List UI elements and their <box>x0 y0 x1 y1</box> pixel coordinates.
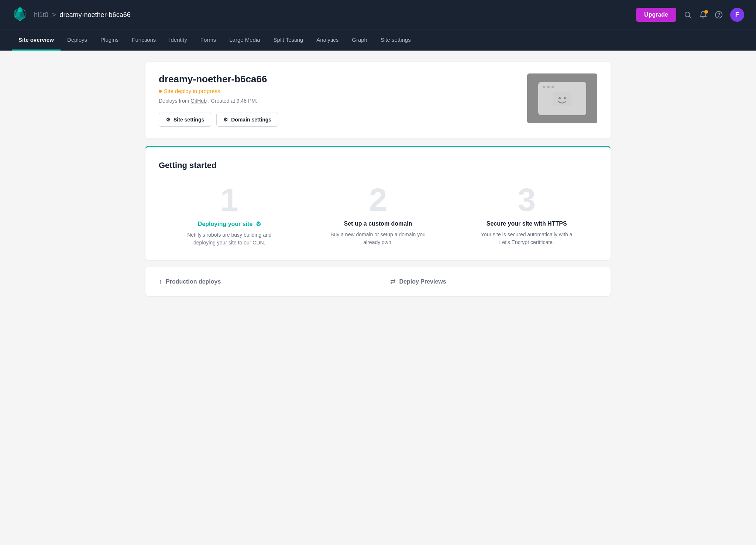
step-2-title[interactable]: Set up a custom domain <box>307 220 449 227</box>
prod-section-title: Production deploys <box>166 278 221 285</box>
deploy-previews: ⇄ Deploy Previews <box>378 278 598 286</box>
site-preview <box>527 73 597 123</box>
step-1-number: 1 <box>159 184 300 216</box>
site-info: dreamy-noether-b6ca66 Site deploy in pro… <box>159 73 515 127</box>
site-settings-label: Site settings <box>173 117 204 123</box>
nav-graph[interactable]: Graph <box>345 30 374 51</box>
site-name-breadcrumb[interactable]: dreamy-noether-b6ca66 <box>60 11 131 19</box>
domain-settings-button[interactable]: ⚙ Domain settings <box>216 113 278 127</box>
nav-identity[interactable]: Identity <box>162 30 193 51</box>
github-link[interactable]: GitHub <box>190 98 207 104</box>
step-3-desc: Your site is secured automatically with … <box>475 231 578 246</box>
nav-deploys[interactable]: Deploys <box>61 30 94 51</box>
breadcrumb-separator: > <box>52 11 56 19</box>
nav-plugins[interactable]: Plugins <box>94 30 125 51</box>
search-icon[interactable] <box>684 11 692 19</box>
preview-section-header: ⇄ Deploy Previews <box>390 278 598 286</box>
step-3-title[interactable]: Secure your site with HTTPS <box>456 220 597 227</box>
svg-point-14 <box>564 97 566 99</box>
step-1-gear-icon: ⚙ <box>256 221 261 227</box>
header-actions: Upgrade F <box>636 8 744 22</box>
svg-line-9 <box>689 16 691 18</box>
notification-icon[interactable] <box>699 11 707 19</box>
svg-point-11 <box>719 16 719 17</box>
domain-settings-label: Domain settings <box>231 117 271 123</box>
preview-dot-2 <box>547 86 550 88</box>
preview-section-title: Deploy Previews <box>399 278 446 285</box>
preview-thumbnail <box>538 82 586 115</box>
preview-dot-1 <box>543 86 545 88</box>
nav: Site overview Deploys Plugins Functions … <box>0 30 756 51</box>
nav-functions[interactable]: Functions <box>125 30 162 51</box>
step-1-title-text: Deploying your site <box>198 221 252 227</box>
step-1-title[interactable]: Deploying your site ⚙ <box>159 220 300 227</box>
step-3: 3 Secure your site with HTTPS Your site … <box>456 184 597 247</box>
step-1-desc: Netlify's robots are busy building and d… <box>178 231 281 247</box>
bottom-section: ↑ Production deploys ⇄ Deploy Previews <box>145 267 611 296</box>
site-card: dreamy-noether-b6ca66 Site deploy in pro… <box>145 62 611 138</box>
nav-split-testing[interactable]: Split Testing <box>267 30 310 51</box>
step-1: 1 Deploying your site ⚙ Netlify's robots… <box>159 184 300 247</box>
breadcrumb: hi1t0 > dreamy-noether-b6ca66 <box>34 11 630 19</box>
site-buttons: ⚙ Site settings ⚙ Domain settings <box>159 113 515 127</box>
getting-started-steps: 1 Deploying your site ⚙ Netlify's robots… <box>159 184 597 247</box>
deploy-status: Site deploy in progress <box>159 88 515 94</box>
main-content: dreamy-noether-b6ca66 Site deploy in pro… <box>138 51 618 307</box>
step-2: 2 Set up a custom domain Buy a new domai… <box>307 184 449 247</box>
step-2-desc: Buy a new domain or setup a domain you a… <box>326 231 430 246</box>
gear-icon-2: ⚙ <box>223 117 228 123</box>
gear-icon: ⚙ <box>166 117 171 123</box>
help-icon[interactable] <box>715 11 723 19</box>
team-name[interactable]: hi1t0 <box>34 11 48 19</box>
preview-dots <box>543 86 554 88</box>
deploy-previews-icon: ⇄ <box>390 278 396 286</box>
netlify-logo[interactable] <box>12 6 28 24</box>
step-2-number: 2 <box>307 184 449 216</box>
status-text: Site deploy in progress <box>164 88 220 94</box>
prod-section-header: ↑ Production deploys <box>159 278 366 285</box>
site-title: dreamy-noether-b6ca66 <box>159 73 515 85</box>
deploys-from-label: Deploys from <box>159 98 189 104</box>
notification-dot <box>704 10 708 14</box>
preview-dot-3 <box>551 86 554 88</box>
nav-site-settings[interactable]: Site settings <box>374 30 417 51</box>
step-3-number: 3 <box>456 184 597 216</box>
getting-started-section: Getting started 1 Deploying your site ⚙ … <box>145 146 611 260</box>
header: hi1t0 > dreamy-noether-b6ca66 Upgrade <box>0 0 756 30</box>
avatar[interactable]: F <box>730 8 744 22</box>
prod-deploy-icon: ↑ <box>159 278 162 285</box>
production-deploys: ↑ Production deploys <box>159 278 378 286</box>
upgrade-button[interactable]: Upgrade <box>636 8 676 22</box>
getting-started-title: Getting started <box>159 161 597 170</box>
status-dot <box>159 90 162 93</box>
deploy-meta: Deploys from GitHub . Created at 9:48 PM… <box>159 98 515 104</box>
svg-point-13 <box>559 97 561 99</box>
nav-analytics[interactable]: Analytics <box>310 30 345 51</box>
site-settings-button[interactable]: ⚙ Site settings <box>159 113 211 127</box>
nav-site-overview[interactable]: Site overview <box>12 30 61 51</box>
nav-large-media[interactable]: Large Media <box>223 30 267 51</box>
created-time: . Created at 9:48 PM. <box>208 98 257 104</box>
preview-face <box>553 92 571 109</box>
nav-forms[interactable]: Forms <box>194 30 223 51</box>
svg-rect-12 <box>553 92 571 106</box>
